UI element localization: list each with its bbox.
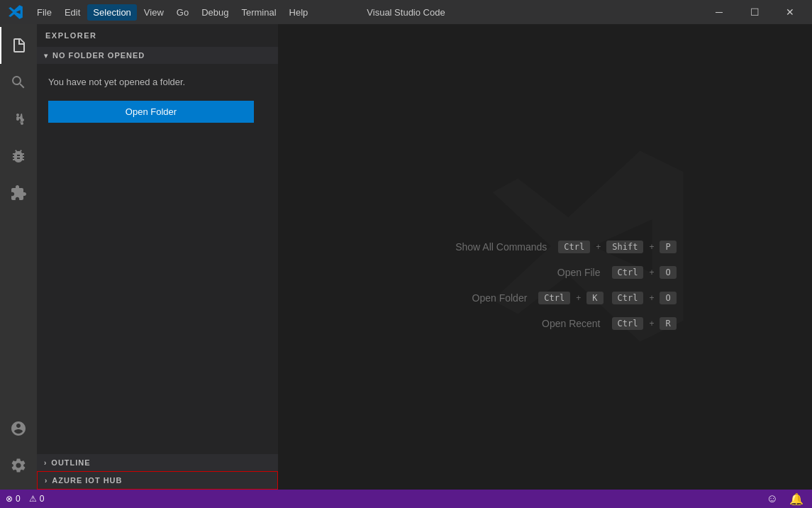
shortcut-commands-label: Show All Commands bbox=[433, 241, 547, 253]
window-title: Visual Studio Code bbox=[367, 7, 445, 18]
status-bar: ⊗ 0 ⚠ 0 ☺ 🔔 bbox=[0, 490, 812, 508]
menu-bar: File Edit Selection View Go Debug Termin… bbox=[31, 4, 313, 21]
warnings-icon: ⚠ bbox=[29, 494, 37, 504]
no-folder-content: You have not yet opened a folder. Open F… bbox=[37, 64, 278, 134]
status-smiley-icon[interactable]: ☺ bbox=[764, 492, 781, 505]
outline-section[interactable]: › OUTLINE bbox=[37, 454, 278, 471]
activity-search[interactable] bbox=[0, 64, 37, 101]
no-folder-chevron: ▾ bbox=[44, 52, 48, 60]
title-bar-controls: ─ ☐ ✕ bbox=[703, 0, 806, 24]
shortcut-open-file-label: Open File bbox=[487, 267, 601, 278]
shortcuts-panel: Show All Commands Ctrl + Shift + P Open … bbox=[413, 241, 676, 330]
no-folder-section: ▾ NO FOLDER OPENED You have not yet open… bbox=[37, 47, 278, 134]
status-bar-left: ⊗ 0 ⚠ 0 bbox=[6, 494, 44, 504]
outline-chevron: › bbox=[44, 459, 47, 467]
shortcut-commands-p: P bbox=[660, 241, 676, 253]
shortcut-open-recent-r: R bbox=[660, 317, 676, 330]
activity-settings[interactable] bbox=[0, 447, 37, 484]
outline-label: OUTLINE bbox=[51, 458, 90, 467]
sidebar-title: EXPLORER bbox=[37, 24, 278, 47]
editor-area: Show All Commands Ctrl + Shift + P Open … bbox=[278, 24, 812, 490]
minimize-button[interactable]: ─ bbox=[703, 0, 735, 24]
menu-file[interactable]: File bbox=[31, 4, 57, 21]
close-button[interactable]: ✕ bbox=[774, 0, 806, 24]
status-notifications-icon[interactable]: 🔔 bbox=[786, 492, 806, 506]
menu-selection[interactable]: Selection bbox=[87, 4, 136, 21]
shortcut-commands-ctrl: Ctrl bbox=[558, 241, 590, 253]
menu-go[interactable]: Go bbox=[171, 4, 194, 21]
menu-debug[interactable]: Debug bbox=[196, 4, 234, 21]
shortcut-open-folder-k: K bbox=[586, 292, 603, 304]
menu-edit[interactable]: Edit bbox=[59, 4, 86, 21]
shortcut-row-commands: Show All Commands Ctrl + Shift + P bbox=[413, 241, 676, 253]
activity-source-control[interactable] bbox=[0, 101, 37, 138]
shortcut-row-open-folder: Open Folder Ctrl + K Ctrl + O bbox=[413, 292, 676, 304]
shortcut-open-folder-o: O bbox=[660, 292, 676, 304]
shortcut-open-folder-ctrl1: Ctrl bbox=[538, 292, 570, 304]
menu-help[interactable]: Help bbox=[284, 4, 314, 21]
shortcut-open-file-o: O bbox=[660, 266, 676, 279]
warnings-count: 0 bbox=[40, 494, 45, 504]
main-area: EXPLORER ▾ NO FOLDER OPENED You have not… bbox=[0, 24, 812, 490]
menu-view[interactable]: View bbox=[138, 4, 169, 21]
shortcut-open-recent-label: Open Recent bbox=[487, 318, 601, 329]
sidebar-bottom: › OUTLINE › AZURE IOT HUB bbox=[37, 454, 278, 490]
shortcut-commands-shift: Shift bbox=[606, 241, 643, 253]
shortcut-open-folder-ctrl2: Ctrl bbox=[612, 292, 644, 304]
shortcut-open-file-ctrl: Ctrl bbox=[612, 266, 644, 279]
title-bar: File Edit Selection View Go Debug Termin… bbox=[0, 0, 812, 24]
status-errors[interactable]: ⊗ 0 bbox=[6, 494, 21, 504]
activity-bar-bottom bbox=[0, 410, 37, 490]
no-folder-header[interactable]: ▾ NO FOLDER OPENED bbox=[37, 47, 278, 64]
open-folder-button[interactable]: Open Folder bbox=[48, 101, 254, 123]
errors-count: 0 bbox=[16, 494, 21, 504]
azure-iot-label: AZURE IOT HUB bbox=[52, 476, 122, 485]
title-bar-left: File Edit Selection View Go Debug Termin… bbox=[6, 2, 313, 22]
activity-explorer[interactable] bbox=[0, 27, 37, 64]
activity-bar bbox=[0, 24, 37, 490]
azure-iot-chevron: › bbox=[45, 477, 48, 485]
shortcut-open-folder-label: Open Folder bbox=[413, 292, 527, 304]
status-warnings[interactable]: ⚠ 0 bbox=[29, 494, 45, 504]
activity-account[interactable] bbox=[0, 410, 37, 447]
shortcut-row-open-recent: Open Recent Ctrl + R bbox=[413, 317, 676, 330]
activity-debug[interactable] bbox=[0, 138, 37, 175]
shortcut-open-recent-ctrl: Ctrl bbox=[612, 317, 644, 330]
no-folder-label: NO FOLDER OPENED bbox=[52, 51, 145, 60]
no-folder-text: You have not yet opened a folder. bbox=[48, 75, 267, 89]
sidebar: EXPLORER ▾ NO FOLDER OPENED You have not… bbox=[37, 24, 278, 490]
status-bar-right: ☺ 🔔 bbox=[764, 492, 806, 506]
shortcut-row-open-file: Open File Ctrl + O bbox=[413, 266, 676, 279]
errors-icon: ⊗ bbox=[6, 494, 13, 504]
vscode-logo-icon bbox=[6, 2, 26, 22]
maximize-button[interactable]: ☐ bbox=[738, 0, 771, 24]
azure-iot-section[interactable]: › AZURE IOT HUB bbox=[37, 471, 278, 490]
menu-terminal[interactable]: Terminal bbox=[235, 4, 282, 21]
activity-extensions[interactable] bbox=[0, 175, 37, 211]
